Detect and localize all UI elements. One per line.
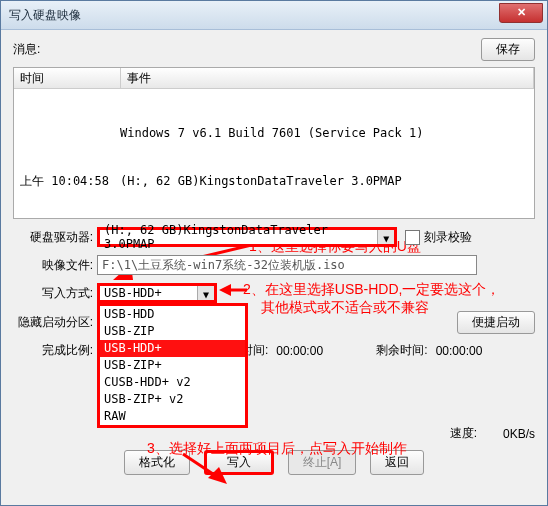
remain-label: 剩余时间:	[376, 342, 427, 359]
write-mode-label: 写入方式:	[13, 285, 97, 302]
dropdown-option[interactable]: RAW	[100, 408, 245, 425]
dropdown-option[interactable]: USB-HDD+	[100, 340, 245, 357]
dropdown-option[interactable]: USB-ZIP+ v2	[100, 391, 245, 408]
dropdown-option[interactable]: USB-ZIP	[100, 323, 245, 340]
titlebar: 写入硬盘映像 ✕	[1, 1, 547, 30]
done-label: 完成比例:	[13, 342, 97, 359]
annotation-text: 2、在这里选择USB-HDD,一定要选这个，	[243, 281, 500, 299]
arrow-icon	[219, 281, 249, 299]
image-field[interactable]	[97, 255, 477, 275]
abort-button[interactable]: 终止[A]	[288, 450, 357, 475]
write-mode-dropdown[interactable]: USB-HDD USB-ZIP USB-HDD+ USB-ZIP+ CUSB-H…	[97, 303, 248, 428]
message-label: 消息:	[13, 41, 40, 58]
window-title: 写入硬盘映像	[9, 7, 81, 24]
close-button[interactable]: ✕	[499, 3, 543, 23]
write-mode-combo[interactable]: USB-HDD+ ▼	[97, 283, 217, 303]
log-row: Windows 7 v6.1 Build 7601 (Service Pack …	[20, 125, 528, 141]
log-row: 上午 10:04:58 (H:, 62 GB)KingstonDataTrave…	[20, 173, 528, 189]
dropdown-option[interactable]: USB-ZIP+	[100, 357, 245, 374]
hidden-label: 隐藏启动分区:	[13, 314, 97, 331]
chevron-down-icon: ▼	[377, 230, 394, 244]
bootmenu-button[interactable]: 便捷启动	[457, 311, 535, 334]
dropdown-option[interactable]: CUSB-HDD+ v2	[100, 374, 245, 391]
drive-combo[interactable]: (H:, 62 GB)KingstonDataTraveler 3.0PMAP …	[97, 227, 397, 247]
save-button[interactable]: 保存	[481, 38, 535, 61]
speed-value: 0KB/s	[477, 427, 535, 441]
image-label: 映像文件:	[13, 257, 97, 274]
chevron-down-icon: ▼	[197, 286, 214, 300]
dropdown-option[interactable]: USB-HDD	[100, 306, 245, 323]
verify-checkbox[interactable]: 刻录校验	[405, 229, 472, 246]
format-button[interactable]: 格式化	[124, 450, 190, 475]
speed-label: 速度:	[450, 425, 477, 442]
elapsed-value: 00:00:00	[268, 344, 346, 358]
drive-label: 硬盘驱动器:	[13, 229, 97, 246]
back-button[interactable]: 返回	[370, 450, 424, 475]
checkbox-icon	[405, 230, 420, 245]
write-button[interactable]: 写入	[204, 450, 274, 475]
log-col-time: 时间	[14, 68, 121, 88]
remain-value: 00:00:00	[428, 344, 506, 358]
log-table: 时间 事件 Windows 7 v6.1 Build 7601 (Service…	[13, 67, 535, 219]
svg-marker-3	[219, 284, 231, 296]
close-icon: ✕	[517, 6, 526, 18]
log-col-event: 事件	[121, 68, 534, 88]
